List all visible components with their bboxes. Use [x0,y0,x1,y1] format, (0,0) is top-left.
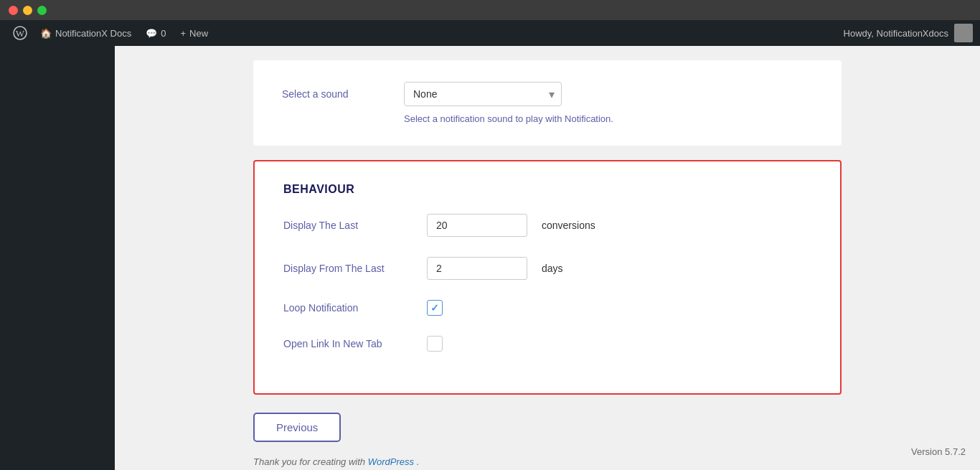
svg-text:W: W [16,28,25,39]
open-link-row: Open Link In New Tab [283,336,811,352]
loop-notification-checkbox[interactable]: ✓ [427,300,443,316]
wp-logo-icon[interactable]: W [7,20,33,46]
admin-bar-right: Howdy, NotificationXdocs [844,24,973,42]
open-link-checkbox[interactable] [427,336,443,352]
home-icon: 🏠 [40,28,52,39]
content-area: Select a sound None Beep Chime Alert ▾ S… [115,46,980,470]
plus-icon: + [180,28,186,39]
display-last-suffix: conversions [542,220,595,231]
new-label: New [189,28,208,39]
behaviour-title: BEHAVIOUR [283,183,811,196]
footer: Thank you for creating with WordPress . [253,456,842,467]
sound-select[interactable]: None Beep Chime Alert [404,82,562,106]
loop-notification-label: Loop Notification [283,302,413,314]
footer-text-before: Thank you for creating with [253,456,368,467]
comments-item[interactable]: 💬 0 [138,20,173,46]
sound-row: Select a sound None Beep Chime Alert ▾ [282,82,813,106]
wp-admin-bar: W 🏠 NotificationX Docs 💬 0 + New Howdy, … [0,20,980,46]
howdy-text: Howdy, NotificationXdocs [844,28,948,39]
maximize-btn[interactable] [37,6,47,15]
content-inner: Select a sound None Beep Chime Alert ▾ S… [225,46,870,470]
checkmark-icon: ✓ [430,302,439,314]
open-link-label: Open Link In New Tab [283,338,413,349]
close-btn[interactable] [9,6,18,15]
main-layout: Select a sound None Beep Chime Alert ▾ S… [0,46,980,470]
display-from-suffix: days [542,263,563,274]
minimize-btn[interactable] [23,6,32,15]
site-name-item[interactable]: 🏠 NotificationX Docs [33,20,138,46]
site-name-label: NotificationX Docs [55,28,131,39]
sound-label: Select a sound [282,88,382,100]
titlebar [0,0,980,20]
wordpress-link[interactable]: WordPress [368,456,414,467]
behaviour-section: BEHAVIOUR Display The Last conversions D… [253,160,842,395]
display-from-label: Display From The Last [283,263,413,274]
display-from-row: Display From The Last days [283,257,811,280]
loop-notification-row: Loop Notification ✓ [283,300,811,316]
display-from-input[interactable] [427,257,527,280]
display-last-label: Display The Last [283,220,413,231]
sidebar [0,46,115,470]
footer-text-after: . [417,456,420,467]
display-last-input[interactable] [427,214,527,237]
version-text: Version 5.7.2 [911,446,966,457]
sound-select-wrap: None Beep Chime Alert ▾ [404,82,562,106]
sound-hint: Select a notification sound to play with… [404,113,813,124]
sound-section: Select a sound None Beep Chime Alert ▾ S… [253,60,842,146]
previous-button[interactable]: Previous [253,413,341,442]
new-item[interactable]: + New [173,20,215,46]
comments-count: 0 [161,28,166,39]
display-last-row: Display The Last conversions [283,214,811,237]
comments-icon: 💬 [146,28,157,39]
user-avatar [954,24,973,42]
